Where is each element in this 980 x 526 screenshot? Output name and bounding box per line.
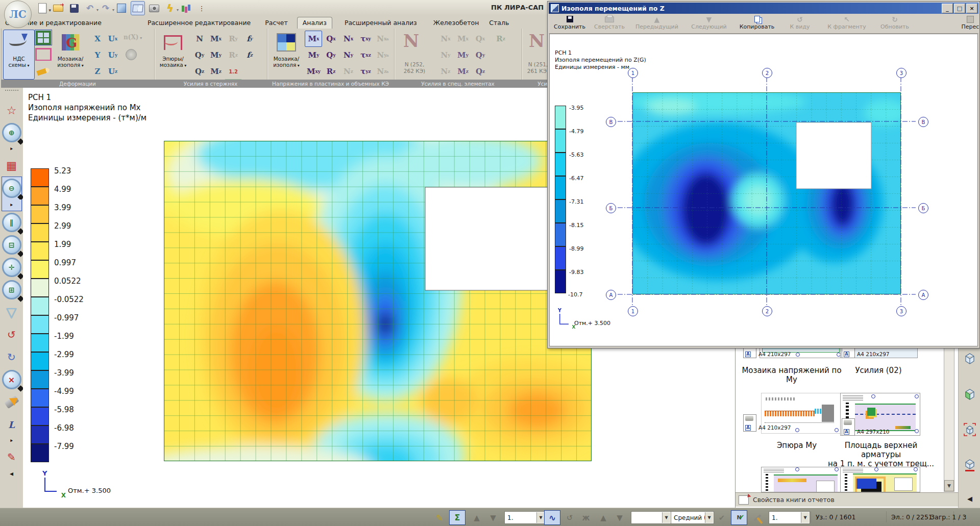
- ribbon-letter-button[interactable]: Qz: [191, 63, 208, 80]
- ribbon-letter-button[interactable]: τxz: [357, 47, 374, 63]
- select-nodes-icon[interactable]: ⊕: [2, 121, 22, 144]
- ribbon-tab[interactable]: Расчет: [260, 17, 292, 29]
- report-properties-tab[interactable]: Свойства книги отчетов: [736, 492, 959, 507]
- build-icon[interactable]: [749, 510, 766, 525]
- invert-selection-icon[interactable]: ↻: [2, 346, 22, 368]
- ribbon-letter-button[interactable]: Mxy: [305, 63, 322, 80]
- report-thumbnail[interactable]: [761, 467, 841, 492]
- ribbon-letter-button[interactable]: Nx: [339, 31, 357, 47]
- ribbon-letter-button[interactable]: N: [191, 31, 208, 47]
- float-toolbar-button[interactable]: ▼ Следующий: [687, 15, 731, 32]
- ribbon-letter-button[interactable]: Mx: [207, 31, 225, 47]
- next-frame-icon[interactable]: ▼: [611, 510, 628, 525]
- ribbon-letter-button[interactable]: Rz: [322, 63, 339, 80]
- collapse-panel-icon[interactable]: ◂: [2, 468, 22, 479]
- selection-filter-icon[interactable]: ▽: [2, 301, 22, 323]
- ribbon-letter-button[interactable]: Mz: [207, 63, 225, 80]
- ribbon-letter-button[interactable]: Qy: [322, 47, 339, 63]
- select-volume-elements-icon[interactable]: ✛: [2, 256, 22, 279]
- ribbon-letter-button[interactable]: Qz: [472, 63, 489, 80]
- isofields-z-window[interactable]: Изополя перемещений по Z _□× РСН 1 Изопо…: [547, 1, 980, 348]
- clear-selection-icon[interactable]: ×: [2, 368, 22, 391]
- select-elements-icon[interactable]: ▦: [2, 154, 22, 177]
- float-toolbar-button[interactable]: ↻ Обновить: [876, 15, 913, 32]
- frame-select[interactable]: ▼: [631, 511, 671, 524]
- initial-scheme-icon[interactable]: ↺: [561, 510, 578, 525]
- ribbon-letter-button[interactable]: Qy: [191, 47, 208, 63]
- ribbon-letter-button[interactable]: τyz: [357, 63, 374, 80]
- dimension-length-icon[interactable]: L: [2, 413, 22, 436]
- ribbon-letter-button[interactable]: Uz: [104, 63, 121, 80]
- thumbnail-caption[interactable]: Усилия (02): [838, 366, 919, 375]
- ribbon-letter-button[interactable]: Nxа: [374, 31, 391, 47]
- apply-icon[interactable]: ✔: [714, 510, 730, 525]
- ribbon-letter-button[interactable]: My: [207, 47, 225, 63]
- ribbon-letter-button[interactable]: Mx: [305, 31, 322, 47]
- plan-view-icon[interactable]: [962, 458, 977, 473]
- ribbon-letter-button[interactable]: Ny: [339, 47, 357, 63]
- ribbon-letter-button[interactable]: 1.2: [225, 63, 242, 80]
- polygon-edit-icon[interactable]: ✎: [2, 446, 22, 468]
- epures-mosaic-button[interactable]: Эпюры/ мозаика: [156, 30, 190, 80]
- select-horizontal-plates-icon[interactable]: ⊟: [2, 234, 22, 256]
- float-toolbar-button[interactable]: ▲ Передыдущий: [631, 15, 682, 32]
- scroll-down-button[interactable]: ▼: [944, 480, 954, 491]
- ribbon-letter-button[interactable]: Nx: [437, 31, 454, 47]
- ribbon-letter-button[interactable]: X: [89, 31, 106, 47]
- app-logo[interactable]: ЛС: [4, 1, 32, 28]
- side-view-icon[interactable]: [962, 386, 977, 402]
- prev-frame-icon[interactable]: ▲: [595, 510, 611, 525]
- ribbon-tab[interactable]: Анализ: [297, 17, 332, 29]
- mx-isofield-plot[interactable]: [164, 141, 592, 461]
- isometric-view-icon[interactable]: [962, 350, 977, 366]
- sum-loadcases-icon[interactable]: Σ: [449, 510, 465, 525]
- deformed-scheme-icon[interactable]: ∿: [544, 510, 560, 525]
- invert-elements-selection-icon[interactable]: ↺: [2, 323, 22, 346]
- maximize-button[interactable]: □: [954, 4, 965, 13]
- ribbon-letter-button[interactable]: Uy: [104, 47, 121, 63]
- nds-schemes-button[interactable]: НДС схемы: [3, 30, 35, 80]
- select-four-nodes-icon[interactable]: ⊞: [2, 279, 22, 301]
- edit-scheme-button[interactable]: [35, 63, 52, 79]
- float-window-titlebar[interactable]: Изополя перемещений по Z: [549, 3, 978, 14]
- averaging-select[interactable]: Средний (▼: [671, 511, 714, 524]
- ribbon-tab[interactable]: Сталь: [484, 17, 514, 29]
- flashlight-icon[interactable]: [2, 391, 22, 413]
- prev-loadcase-icon[interactable]: ▲: [469, 510, 485, 525]
- loadcase-select[interactable]: 1.▼: [504, 511, 546, 524]
- ribbon-letter-button[interactable]: Nz: [437, 63, 454, 80]
- minimize-button[interactable]: _: [942, 4, 953, 13]
- rotation-disabled-icon[interactable]: [126, 49, 137, 60]
- ribbon-letter-button[interactable]: Qy: [472, 47, 489, 63]
- ribbon-letter-button[interactable]: fz: [241, 47, 258, 63]
- special-n-button[interactable]: N: [403, 31, 419, 51]
- float-toolbar-button[interactable]: Сверстать: [592, 15, 627, 32]
- flyout-arrow-icon[interactable]: ‣: [2, 144, 22, 154]
- numbers-check-icon[interactable]: N: [731, 510, 747, 525]
- ribbon-letter-button[interactable]: Mx: [454, 31, 472, 47]
- ribbon-letter-button[interactable]: Rz: [225, 47, 242, 63]
- mosaic-isofields-stress-button[interactable]: Мозаика/ изополя: [269, 30, 304, 80]
- ribbon-letter-button[interactable]: Y: [89, 47, 106, 63]
- ribbon-letter-button[interactable]: My: [454, 47, 472, 63]
- float-toolbar-button[interactable]: ↖ К фрагменту: [821, 15, 872, 32]
- rz-button[interactable]: Rz: [492, 31, 509, 47]
- ribbon-letter-button[interactable]: Z: [89, 63, 106, 80]
- mesh-display-button[interactable]: [35, 30, 52, 45]
- float-toolbar-button[interactable]: Перес: [956, 15, 980, 32]
- panel-scrollbar[interactable]: ▼: [944, 347, 954, 492]
- nx-plot-button[interactable]: n(X): [124, 34, 142, 41]
- report-thumbnail[interactable]: [840, 467, 920, 492]
- select-polyline-icon[interactable]: ☆: [2, 99, 22, 121]
- ribbon-letter-button[interactable]: fy: [241, 31, 258, 47]
- float-toolbar-button[interactable]: ↺ К виду: [785, 15, 815, 32]
- select-rod-elements-icon[interactable]: ⊖: [2, 177, 22, 199]
- ribbon-letter-button[interactable]: Ny: [437, 47, 454, 63]
- ribbon-letter-button[interactable]: Nz: [339, 63, 357, 80]
- collapse-strip-icon[interactable]: ◀: [962, 491, 977, 506]
- ribbon-letter-button[interactable]: Mz: [454, 63, 472, 80]
- fragment-view-icon[interactable]: [962, 422, 977, 437]
- mosaic-isofields-deform-button[interactable]: Мозаика/ изополя: [54, 30, 87, 80]
- next-loadcase-icon[interactable]: ▼: [485, 510, 501, 525]
- ribbon-tab[interactable]: Расширенное редактирование: [142, 17, 256, 29]
